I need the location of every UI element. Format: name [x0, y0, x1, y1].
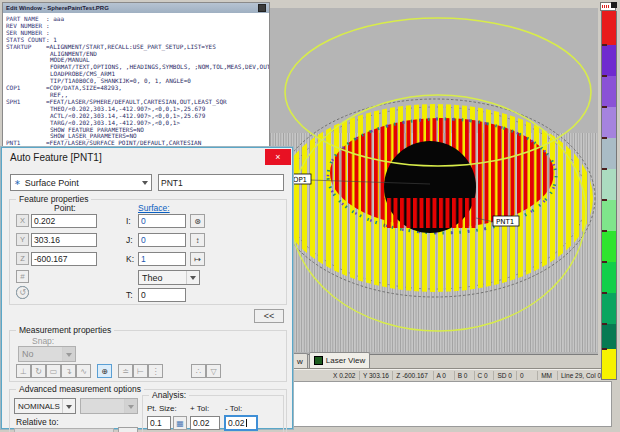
edit-window-titlebar[interactable]: Edit Window - SpherePaintTest.PRG: [3, 3, 269, 13]
color-scale-tick: [602, 137, 607, 139]
color-scale-segment: [602, 138, 616, 169]
point-grid-icon[interactable]: ▦: [173, 416, 187, 430]
rotate-icon[interactable]: ↻: [31, 364, 46, 378]
minus-tol-input[interactable]: 0.02: [224, 415, 258, 431]
status-bar: X 0.202Y 303.16Z -600.167A 0B 0C 0SD 00M…: [270, 368, 612, 381]
advanced-options-title: Advanced measurement options: [16, 384, 144, 394]
nominals-dropdown[interactable]: NOMINALS: [14, 398, 76, 414]
pnt-label-text: PNT1: [496, 218, 514, 226]
code-line: PART NAME: aaa: [3, 16, 269, 23]
edit-window-title: Edit Window - SpherePaintTest.PRG: [6, 5, 109, 11]
color-scale-segment: [602, 200, 616, 231]
status-cell: X 0.202: [330, 371, 359, 380]
pcdmis-screen: Edit Window - SpherePaintTest.PRG PART N…: [0, 0, 620, 432]
y-axis-button[interactable]: Y: [16, 233, 29, 246]
snap-vector-icon[interactable]: ↦: [190, 252, 205, 266]
color-scale-tick: [602, 75, 607, 77]
text-caret: [246, 419, 247, 427]
tab-laser-view-label: Laser View: [326, 356, 365, 365]
status-cell: B 0: [454, 371, 474, 380]
i-input[interactable]: 0: [138, 214, 186, 228]
x-input[interactable]: 0.202: [31, 214, 97, 228]
color-scale-tick: [602, 106, 607, 108]
code-line: STARTUP=ALIGNMENT/START,RECALL:USE_PART_…: [3, 44, 269, 51]
chevron-down-icon: [62, 399, 75, 413]
theo-value: Theo: [139, 273, 186, 283]
chevron-down-icon: [62, 347, 75, 361]
tab-view-partial[interactable]: w: [292, 353, 308, 368]
j-label: J:: [126, 235, 133, 245]
edit-window-menu-icon[interactable]: [258, 4, 266, 12]
x-axis-button[interactable]: X: [16, 214, 29, 227]
analysis-group: Analysis: Pt. Size: + Tol: - Tol: 0.1 ▦ …: [142, 395, 284, 432]
grid-icon[interactable]: #: [16, 270, 29, 283]
flip-vector-icon[interactable]: ↕: [190, 233, 205, 247]
secondary-dropdown[interactable]: [80, 398, 138, 414]
color-scale-segment: [602, 45, 616, 76]
status-cell: A 0: [433, 371, 454, 380]
program-code-area[interactable]: PART NAME: aaaREV NUMBER:SER NUMBER:STAT…: [3, 14, 269, 149]
color-scale-tick: [602, 168, 607, 170]
collapse-button[interactable]: <<: [254, 309, 284, 323]
color-scale-segment: [602, 11, 616, 45]
retest-icon[interactable]: ↺: [16, 286, 29, 299]
k-input[interactable]: 1: [138, 252, 186, 266]
color-scale-tick: [602, 348, 607, 350]
code-line: FORMAT/TEXT,OPTIONS, ,HEADINGS,SYMBOLS, …: [3, 64, 269, 71]
crosshair-icon[interactable]: ⊕: [97, 364, 112, 378]
relative-to-input[interactable]: [14, 428, 114, 432]
snap-label: Snap:: [32, 336, 54, 346]
point-sequence-icon[interactable]: ∴: [191, 364, 206, 378]
path-icon[interactable]: ↴: [61, 364, 76, 378]
surface-vector-icon[interactable]: ⊛: [190, 214, 205, 228]
pnt-label[interactable]: PNT1: [493, 216, 519, 226]
color-scale-segment: [602, 293, 616, 324]
offset-icon[interactable]: ⊢: [133, 364, 148, 378]
close-icon[interactable]: ×: [265, 149, 291, 165]
color-scale-tick: [602, 261, 607, 263]
filter-icon[interactable]: ▽: [206, 364, 221, 378]
z-axis-button[interactable]: Z: [16, 252, 29, 265]
tab-view-partial-label: w: [297, 357, 303, 366]
surface-point-icon: ∗: [11, 178, 22, 187]
surface-label[interactable]: Surface:: [138, 203, 170, 213]
tab-laser-view[interactable]: Laser View: [309, 352, 370, 368]
toolbar-group: ∴▽: [191, 364, 221, 378]
feature-type-dropdown[interactable]: ∗ Surface Point: [10, 174, 152, 191]
measurement-properties-group: Measurement properties Snap: No ⊥↻▭↴∿⊕≐⊢…: [9, 330, 287, 382]
z-input[interactable]: -600.167: [31, 252, 97, 266]
t-input[interactable]: 0: [138, 288, 186, 302]
feature-properties-group: Feature properties Point: Surface: X 0.2…: [9, 199, 287, 305]
browse-button[interactable]: ...: [118, 427, 138, 432]
color-scale-close-icon[interactable]: [611, 2, 617, 8]
color-scale-segment: [602, 107, 616, 138]
j-input[interactable]: 0: [138, 233, 186, 247]
dialog-titlebar[interactable]: Auto Feature [PNT1]: [2, 148, 292, 167]
plus-tol-input[interactable]: 0.02: [190, 416, 220, 430]
report-area[interactable]: [292, 381, 612, 427]
measurement-properties-title: Measurement properties: [16, 325, 114, 335]
i-label: I:: [126, 216, 131, 226]
feature-name-input[interactable]: PNT1: [158, 174, 284, 191]
code-lines: PART NAME: aaaREV NUMBER:SER NUMBER:STAT…: [3, 16, 269, 147]
pt-size-input[interactable]: 0.1: [147, 416, 171, 430]
probe-mode-icon[interactable]: ⊥: [16, 364, 31, 378]
color-scale-header-text: [602, 5, 610, 8]
status-cell: Y 303.16: [359, 371, 392, 380]
point-count-icon[interactable]: ⋮: [148, 364, 163, 378]
snap-dropdown[interactable]: No: [18, 346, 76, 362]
scan-profile-icon[interactable]: ∿: [76, 364, 91, 378]
color-scale-tick: [602, 199, 607, 201]
nominals-value: NOMINALS: [15, 402, 62, 411]
feature-type-value: Surface Point: [22, 178, 139, 188]
level-icon[interactable]: ≐: [118, 364, 133, 378]
y-input[interactable]: 303.16: [31, 233, 97, 247]
red-bars-over-sphere: [384, 198, 476, 228]
point-label: Point:: [54, 203, 76, 213]
theo-dropdown[interactable]: Theo: [138, 270, 200, 285]
region-icon[interactable]: ▭: [46, 364, 61, 378]
laser-view-canvas[interactable]: COP1 PNT1: [270, 8, 598, 355]
status-cell: SD 0: [493, 371, 516, 380]
dialog-title: Auto Feature [PNT1]: [2, 152, 102, 163]
color-scale-segment: [602, 324, 616, 349]
